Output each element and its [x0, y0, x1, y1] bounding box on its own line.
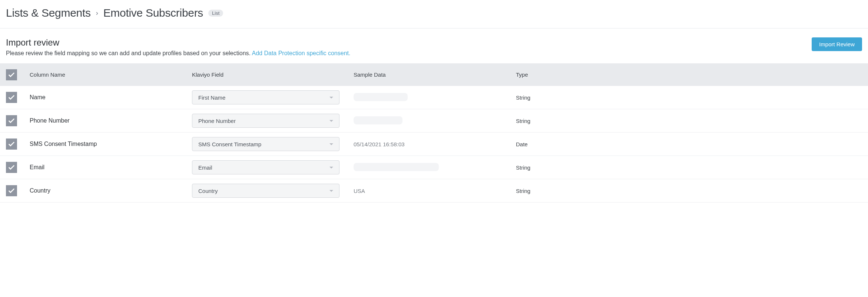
field-select-value: Phone Number	[198, 118, 236, 124]
check-icon	[8, 95, 15, 100]
row-checkbox[interactable]	[6, 139, 17, 150]
section-description: Please review the field mapping so we ca…	[6, 50, 350, 57]
chevron-down-icon	[329, 97, 333, 99]
row-checkbox-cell	[6, 162, 30, 173]
description-text: Please review the field mapping so we ca…	[6, 50, 251, 56]
column-name-cell: Country	[30, 187, 192, 194]
redacted-sample	[354, 116, 402, 124]
table-header-row: Column Name Klaviyo Field Sample Data Ty…	[0, 63, 868, 86]
field-select-value: First Name	[198, 94, 225, 101]
header-klaviyo-field: Klaviyo Field	[192, 68, 354, 81]
field-select[interactable]: Phone Number	[192, 114, 339, 128]
check-icon	[8, 165, 15, 170]
field-select[interactable]: Country	[192, 184, 339, 198]
klaviyo-field-cell: SMS Consent Timestamp	[192, 137, 354, 151]
sample-data-cell: USA	[354, 188, 516, 194]
field-select-value: Country	[198, 188, 218, 194]
check-icon	[8, 72, 15, 77]
row-checkbox[interactable]	[6, 162, 17, 173]
row-checkbox-cell	[6, 139, 30, 150]
table-body: NameFirst NameStringPhone NumberPhone Nu…	[0, 86, 868, 203]
sample-data-cell	[354, 93, 516, 102]
type-cell: String	[516, 164, 862, 171]
column-name-cell: SMS Consent Timestamp	[30, 141, 192, 147]
klaviyo-field-cell: First Name	[192, 90, 354, 104]
column-name-cell: Name	[30, 94, 192, 101]
redacted-sample	[354, 163, 439, 171]
field-select[interactable]: First Name	[192, 90, 339, 104]
row-checkbox-cell	[6, 92, 30, 103]
table-row: NameFirst NameString	[0, 86, 868, 109]
field-select-value: SMS Consent Timestamp	[198, 141, 261, 147]
klaviyo-field-cell: Email	[192, 160, 354, 174]
klaviyo-field-cell: Phone Number	[192, 114, 354, 128]
row-checkbox[interactable]	[6, 115, 17, 126]
list-badge: List	[208, 10, 223, 17]
section-heading: Import review	[6, 37, 350, 48]
type-cell: String	[516, 118, 862, 124]
row-checkbox[interactable]	[6, 185, 17, 196]
header-sample-data: Sample Data	[354, 68, 516, 81]
row-checkbox[interactable]	[6, 92, 17, 103]
chevron-down-icon	[329, 143, 333, 145]
check-icon	[8, 118, 15, 123]
table-row: Phone NumberPhone NumberString	[0, 109, 868, 133]
field-select[interactable]: SMS Consent Timestamp	[192, 137, 339, 151]
table-row: SMS Consent TimestampSMS Consent Timesta…	[0, 133, 868, 156]
subheader: Import review Please review the field ma…	[0, 29, 868, 63]
subheader-text: Import review Please review the field ma…	[6, 37, 350, 57]
header-checkbox-cell	[6, 69, 30, 80]
header-type: Type	[516, 68, 862, 81]
field-select[interactable]: Email	[192, 160, 339, 174]
select-all-checkbox[interactable]	[6, 69, 17, 80]
type-cell: String	[516, 188, 862, 194]
type-cell: String	[516, 94, 862, 101]
table-row: EmailEmailString	[0, 156, 868, 179]
chevron-down-icon	[329, 167, 333, 168]
check-icon	[8, 188, 15, 193]
import-review-button[interactable]: Import Review	[812, 37, 862, 51]
check-icon	[8, 141, 15, 147]
chevron-down-icon	[329, 120, 333, 122]
klaviyo-field-cell: Country	[192, 184, 354, 198]
page-root: Lists & Segments › Emotive Subscribers L…	[0, 0, 868, 203]
header-column-name: Column Name	[30, 68, 192, 81]
consent-link[interactable]: Add Data Protection specific consent.	[252, 50, 351, 56]
field-select-value: Email	[198, 164, 212, 171]
redacted-sample	[354, 93, 408, 101]
sample-data-cell	[354, 163, 516, 172]
column-name-cell: Email	[30, 164, 192, 171]
table-row: CountryCountryUSAString	[0, 179, 868, 203]
chevron-down-icon	[329, 190, 333, 192]
row-checkbox-cell	[6, 185, 30, 196]
page-title: Emotive Subscribers	[103, 7, 203, 19]
sample-data-cell: 05/14/2021 16:58:03	[354, 141, 516, 147]
type-cell: Date	[516, 141, 862, 147]
breadcrumb: Lists & Segments › Emotive Subscribers L…	[0, 0, 868, 29]
sample-data-cell	[354, 116, 516, 126]
chevron-right-icon: ›	[96, 9, 98, 17]
row-checkbox-cell	[6, 115, 30, 126]
column-name-cell: Phone Number	[30, 117, 192, 124]
breadcrumb-parent[interactable]: Lists & Segments	[6, 7, 91, 19]
